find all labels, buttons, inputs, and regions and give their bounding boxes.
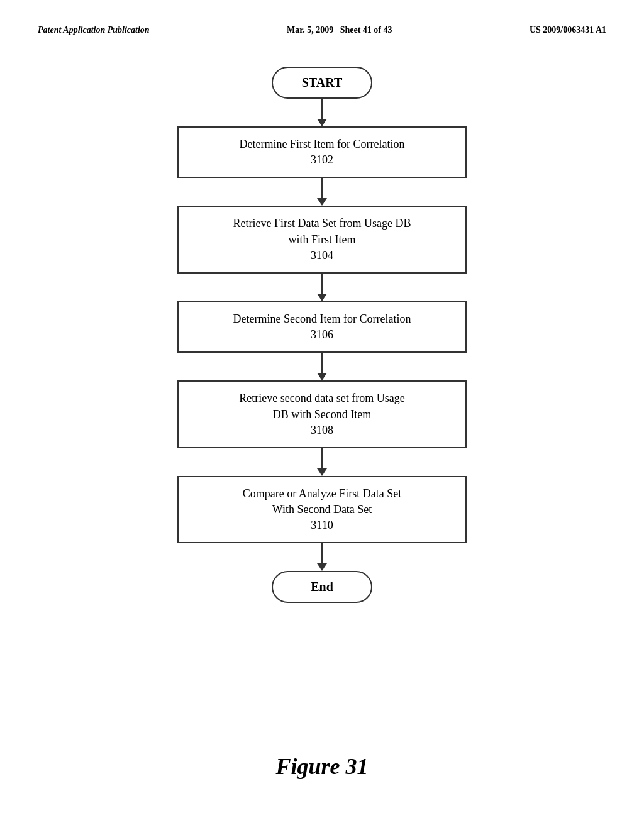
start-terminal: START bbox=[272, 67, 372, 99]
end-terminal: End bbox=[272, 571, 372, 603]
figure-caption: Figure 31 bbox=[0, 753, 644, 780]
arrow-line bbox=[321, 99, 323, 119]
step-3108-box: Retrieve second data set from UsageDB wi… bbox=[177, 380, 467, 448]
arrow-1 bbox=[317, 99, 327, 126]
step-3104-box: Retrieve First Data Set from Usage DBwit… bbox=[177, 206, 467, 274]
page-header: Patent Application Publication Mar. 5, 2… bbox=[0, 0, 644, 48]
date-sheet-label: Mar. 5, 2009 Sheet 41 of 43 bbox=[287, 25, 392, 35]
step-3110-box: Compare or Analyze First Data SetWith Se… bbox=[177, 476, 467, 544]
step-3110-text: Compare or Analyze First Data SetWith Se… bbox=[243, 487, 401, 516]
arrow-line bbox=[321, 178, 323, 198]
arrow-head bbox=[317, 563, 327, 571]
step-3104-number: 3104 bbox=[191, 248, 453, 263]
arrow-line bbox=[321, 274, 323, 294]
arrow-4 bbox=[317, 353, 327, 380]
arrow-head bbox=[317, 119, 327, 126]
step-3106-text: Determine Second Item for Correlation bbox=[233, 313, 411, 325]
date-label: Mar. 5, 2009 bbox=[287, 25, 333, 35]
patent-number-label: US 2009/0063431 A1 bbox=[530, 25, 606, 35]
step-3106-number: 3106 bbox=[191, 327, 453, 343]
arrow-line bbox=[321, 448, 323, 468]
arrow-5 bbox=[317, 448, 327, 476]
publication-label: Patent Application Publication bbox=[38, 25, 150, 35]
arrow-line bbox=[321, 543, 323, 563]
arrow-head bbox=[317, 294, 327, 301]
step-3106-box: Determine Second Item for Correlation 31… bbox=[177, 301, 467, 353]
step-3102-number: 3102 bbox=[191, 152, 453, 168]
arrow-head bbox=[317, 198, 327, 206]
sheet-label: Sheet 41 of 43 bbox=[340, 25, 392, 35]
step-3108-text: Retrieve second data set from UsageDB wi… bbox=[239, 392, 404, 420]
arrow-head bbox=[317, 373, 327, 380]
arrow-line bbox=[321, 353, 323, 373]
flowchart: START Determine First Item for Correlati… bbox=[177, 67, 467, 603]
step-3104-text: Retrieve First Data Set from Usage DBwit… bbox=[233, 217, 411, 245]
step-3108-number: 3108 bbox=[191, 423, 453, 438]
step-3102-text: Determine First Item for Correlation bbox=[240, 138, 405, 150]
step-3102-box: Determine First Item for Correlation 310… bbox=[177, 126, 467, 178]
arrow-6 bbox=[317, 543, 327, 571]
arrow-3 bbox=[317, 274, 327, 301]
step-3110-number: 3110 bbox=[191, 517, 453, 533]
arrow-2 bbox=[317, 178, 327, 206]
arrow-head bbox=[317, 468, 327, 476]
diagram-area: START Determine First Item for Correlati… bbox=[0, 48, 644, 603]
